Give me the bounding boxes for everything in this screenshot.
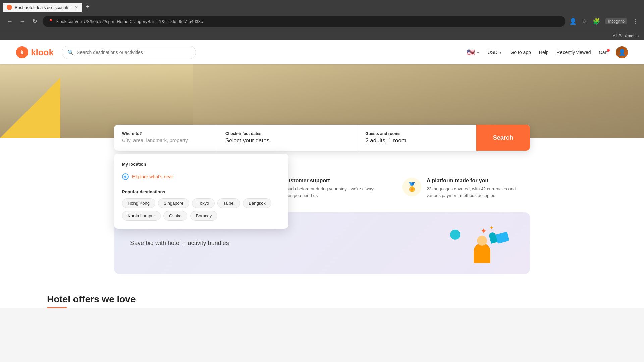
search-panel-container: Where to? City, area, landmark, property… (0, 125, 644, 151)
profile-icon: 👤 (569, 18, 577, 25)
currency-chevron-icon: ▼ (499, 51, 502, 54)
megaphone-horn (488, 232, 498, 244)
header-search-icon: 🔍 (67, 49, 74, 56)
popular-destinations-section: Popular destinations Hong Kong Singapore… (122, 189, 280, 221)
site-header: k klook 🔍 🇺🇸 ▼ USD ▼ Go to app Help Rece… (0, 40, 644, 64)
tab-close-button[interactable]: ✕ (75, 5, 78, 10)
teal-circle (450, 230, 460, 240)
where-to-placeholder: City, area, landmark, property (122, 137, 209, 143)
forward-button[interactable]: → (18, 17, 27, 26)
platform-title: A platform made for you (427, 178, 530, 184)
location-icon: 📍 (48, 19, 54, 24)
explore-nearby-option[interactable]: Explore what's near (122, 171, 280, 183)
user-avatar[interactable]: 👤 (616, 46, 628, 58)
destination-singapore[interactable]: Singapore (158, 198, 189, 208)
where-to-field[interactable]: Where to? City, area, landmark, property… (114, 125, 217, 151)
location-dot-inner (124, 176, 126, 178)
explore-nearby-label: Explore what's near (132, 174, 173, 179)
checkin-label: Check-in/out dates (225, 131, 349, 136)
checkin-value: Select your dates (225, 137, 349, 144)
guests-field[interactable]: Guests and rooms 2 adults, 1 room (357, 125, 476, 151)
platform-text: A platform made for you 23 languages cov… (427, 178, 530, 199)
destination-boracay[interactable]: Boracay (190, 211, 218, 221)
cart-label: Cart (599, 50, 608, 55)
person-body (474, 243, 490, 263)
bookmark-icon[interactable]: ☆ (582, 18, 587, 25)
hotel-offers-container: Hotel offers we love (47, 294, 463, 308)
feature-platform: 🏅 A platform made for you 23 languages c… (402, 178, 530, 199)
browser-chrome: Best hotel deals & discounts - ✕ + ← → ↻… (0, 0, 644, 31)
header-search-input[interactable] (77, 50, 190, 55)
my-location-title: My location (122, 162, 280, 167)
refresh-button[interactable]: ↻ (31, 16, 39, 26)
currency-label: USD (488, 50, 498, 55)
bundle-section: Save big with hotel + activity bundles ✦… (0, 212, 644, 287)
guests-value: 2 adults, 1 room (365, 137, 468, 144)
cart-button[interactable]: Cart (599, 50, 608, 55)
incognito-badge: Incognito (605, 18, 627, 24)
page-content: k klook 🔍 🇺🇸 ▼ USD ▼ Go to app Help Rece… (0, 40, 644, 308)
extension-icon: 🧩 (593, 18, 600, 25)
bundle-text: Save big with hotel + activity bundles (130, 240, 229, 247)
go-to-app-button[interactable]: Go to app (510, 50, 531, 55)
where-to-inner[interactable]: Where to? City, area, landmark, property (114, 125, 217, 150)
guests-label: Guests and rooms (365, 131, 468, 136)
destination-tokyo[interactable]: Tokyo (192, 198, 215, 208)
toolbar-icons: 👤 ☆ 🧩 Incognito ⋮ (569, 18, 639, 25)
menu-icon[interactable]: ⋮ (633, 18, 639, 25)
where-to-label: Where to? (122, 131, 209, 136)
language-selector[interactable]: 🇺🇸 ▼ (467, 48, 480, 56)
header-actions: 🇺🇸 ▼ USD ▼ Go to app Help Recently viewe… (467, 46, 628, 58)
tab-title: Best hotel deals & discounts - (15, 5, 72, 10)
recently-viewed-button[interactable]: Recently viewed (557, 50, 591, 55)
bookmarks-bar: All Bookmarks (0, 31, 644, 40)
cart-notification-dot (607, 49, 610, 52)
logo[interactable]: k klook (16, 46, 54, 58)
browser-tabs: Best hotel deals & discounts - ✕ + (0, 0, 644, 12)
popular-tags-container: Hong Kong Singapore Tokyo Taipei Bangkok… (122, 198, 280, 221)
browser-toolbar: ← → ↻ 📍 klook.com/en-US/hotels/?spm=Home… (0, 12, 644, 31)
star-icon: ✦ (480, 226, 487, 236)
checkin-field[interactable]: Check-in/out dates Select your dates (217, 125, 357, 151)
header-search-bar[interactable]: 🔍 (62, 46, 196, 59)
chevron-down-icon: ▼ (476, 51, 480, 54)
location-dot-icon (122, 173, 129, 180)
tab-favicon (7, 5, 12, 10)
logo-icon: k (16, 46, 28, 58)
hotel-offers-title: Hotel offers we love (47, 294, 463, 305)
bookmarks-label: All Bookmarks (613, 34, 639, 38)
new-tab-button[interactable]: + (83, 2, 92, 12)
platform-desc: 23 languages covered, with 42 currencies… (427, 186, 530, 199)
destination-bangkok[interactable]: Bangkok (243, 198, 271, 208)
destination-hong-kong[interactable]: Hong Kong (122, 198, 155, 208)
title-underline (47, 307, 67, 308)
back-button[interactable]: ← (5, 17, 14, 26)
person-head (477, 236, 487, 246)
svg-text:k: k (20, 49, 24, 56)
search-button[interactable]: Search (476, 125, 530, 151)
url-text: klook.com/en-US/hotels/?spm=Home.Categor… (56, 19, 203, 24)
logo-text: klook (31, 47, 54, 58)
currency-selector[interactable]: USD ▼ (488, 50, 502, 55)
destination-osaka[interactable]: Osaka (163, 211, 187, 221)
search-panel: Where to? City, area, landmark, property… (114, 125, 530, 151)
location-dropdown: My location Explore what's near Popular … (114, 154, 288, 229)
active-tab[interactable]: Best hotel deals & discounts - ✕ (3, 3, 82, 12)
destination-kuala-lumpur[interactable]: Kuala Lumpur (122, 211, 161, 221)
hotel-offers-section: Hotel offers we love (0, 287, 644, 308)
help-button[interactable]: Help (539, 50, 549, 55)
flag-icon: 🇺🇸 (467, 48, 475, 56)
features-section: 🎧 24/7 customer support Get in touch bef… (0, 151, 644, 212)
platform-icon: 🏅 (402, 178, 421, 196)
bundle-illustration: ✦ ✦ (447, 223, 514, 263)
sparkle-icon: ✦ (489, 225, 494, 231)
address-bar[interactable]: 📍 klook.com/en-US/hotels/?spm=Home.Categ… (43, 16, 565, 27)
popular-title: Popular destinations (122, 189, 280, 194)
destination-taipei[interactable]: Taipei (217, 198, 240, 208)
